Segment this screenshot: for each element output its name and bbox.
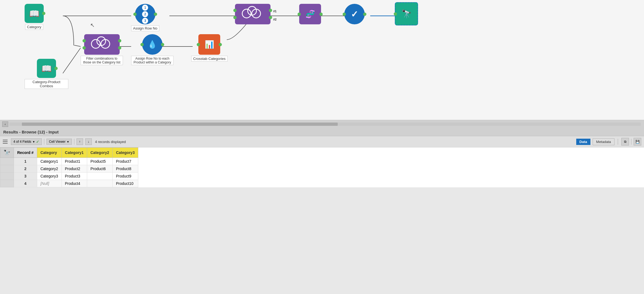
table-row: 1 Category1 Product1 Product5 Product7 (0, 158, 138, 165)
sort-down-button[interactable]: ↓ (85, 138, 92, 145)
dna-node[interactable]: 🧬 (299, 4, 321, 24)
row-1-record: 1 (14, 158, 37, 165)
view-options-icon[interactable] (3, 140, 8, 144)
cell-viewer-arrow: ▼ (67, 140, 69, 143)
col-header-category[interactable]: Category (37, 148, 61, 158)
scroll-track[interactable] (9, 123, 641, 126)
row-4-col4: Product10 (113, 180, 138, 187)
results-title: Results - Browse (12) - Input (3, 130, 59, 134)
results-title-bar: Results - Browse (12) - Input (0, 128, 644, 136)
results-toolbar: 4 of 4 Fields ▼ ✓ Cell Viewer ▼ ↑ ↓ 4 re… (0, 136, 644, 147)
svg-text:#1: #1 (273, 10, 277, 13)
save-button[interactable]: 💾 (634, 138, 641, 145)
sort-up-button[interactable]: ↑ (77, 138, 83, 145)
row-2-col3: Product6 (87, 165, 112, 173)
row-3-record: 3 (14, 173, 37, 180)
table-row: 3 Category3 Product3 Product9 (0, 173, 138, 180)
sort-up-icon: ↑ (79, 140, 81, 144)
row-4-icon (0, 180, 14, 187)
crosstab-node[interactable]: 📊 Crosstab Categories (191, 34, 228, 62)
results-panel: Results - Browse (12) - Input 4 of 4 Fie… (0, 128, 644, 187)
col-header-record[interactable]: Record # (14, 148, 37, 158)
svg-text:#2: #2 (273, 18, 277, 21)
cell-viewer-label: Cell Viewer (49, 140, 65, 144)
row-1-icon (0, 158, 14, 165)
category-product-label: Category-Product Combos (25, 79, 68, 89)
row-4-record: 4 (14, 180, 37, 187)
workflow-canvas: #1 #2 📖 Category 1 2 3 Assign Row No (0, 0, 644, 120)
row-4-col2: Product4 (61, 180, 87, 187)
crosstab-label: Crosstab Categories (191, 56, 228, 62)
row-2-col1: Category2 (37, 165, 61, 173)
cell-viewer-dropdown[interactable]: Cell Viewer ▼ (46, 139, 72, 145)
category-product-node[interactable]: 📖 Category-Product Combos (25, 59, 68, 89)
save-icon: 💾 (636, 140, 640, 144)
scroll-thumb[interactable] (22, 123, 338, 126)
filter-label: Filter combinations to those on the Cate… (81, 56, 123, 65)
checkmark-icon: ✓ (36, 139, 39, 144)
col-header-category3[interactable]: Category3 (113, 148, 138, 158)
data-tab-button[interactable]: Data (576, 139, 590, 145)
row-2-icon (0, 165, 14, 173)
row-icon-header: 🔭 (0, 148, 14, 158)
row-2-record: 2 (14, 165, 37, 173)
row-3-col2: Product3 (61, 173, 87, 180)
row-1-col1: Category1 (37, 158, 61, 165)
row-1-col4: Product7 (113, 158, 138, 165)
assign-row-no-label: Assign Row No (131, 25, 159, 31)
fields-dropdown[interactable]: 4 of 4 Fields ▼ ✓ (11, 138, 42, 145)
table-row: 2 Category2 Product2 Product6 Product8 (0, 165, 138, 173)
data-table-container: 🔭 Record # Category Category1 Category2 (0, 147, 644, 187)
horizontal-scrollbar[interactable]: ‹ (0, 120, 644, 128)
fields-dropdown-arrow: ▼ (32, 140, 35, 143)
copy-icon: ⧉ (624, 140, 627, 144)
row-1-col3: Product5 (87, 158, 112, 165)
row-3-col4: Product9 (113, 173, 138, 180)
fields-count-label: 4 of 4 Fields (13, 140, 31, 144)
results-table: 🔭 Record # Category Category1 Category2 (0, 147, 138, 187)
records-displayed-label: 4 records displayed (95, 140, 126, 144)
row-1-col2: Product1 (61, 158, 87, 165)
col-header-category1[interactable]: Category1 (61, 148, 87, 158)
category-node[interactable]: 📖 Category (25, 4, 44, 30)
table-row: 4 [Null] Product4 Product10 (0, 180, 138, 187)
assign-row-no2-label: Assign Row No to each Product within a C… (131, 56, 174, 65)
row-3-col1: Category3 (37, 173, 61, 180)
cursor: ↖ (90, 22, 95, 28)
assign-row-no2-node[interactable]: 💧 Assign Row No to each Product within a… (131, 34, 174, 65)
filter-node[interactable]: Filter combinations to those on the Cate… (81, 34, 123, 65)
col-header-category2[interactable]: Category2 (87, 148, 112, 158)
copy-button[interactable]: ⧉ (621, 138, 629, 145)
browse-output-node[interactable]: 🔭 (395, 2, 418, 25)
row-3-col3 (87, 173, 112, 180)
check-node[interactable]: ✓ (344, 4, 365, 24)
category-label: Category (25, 24, 43, 30)
scroll-left-button[interactable]: ‹ (2, 121, 8, 127)
sort-down-icon: ↓ (88, 140, 89, 144)
assign-row-no-node[interactable]: 1 2 3 Assign Row No (131, 4, 159, 31)
row-4-col3 (87, 180, 112, 187)
metadata-tab-button[interactable]: Metadata (593, 138, 614, 145)
row-3-icon (0, 173, 14, 180)
row-2-col4: Product8 (113, 165, 138, 173)
row-4-col1: [Null] (37, 180, 61, 187)
join1-node[interactable] (235, 4, 270, 24)
row-2-col2: Product2 (61, 165, 87, 173)
